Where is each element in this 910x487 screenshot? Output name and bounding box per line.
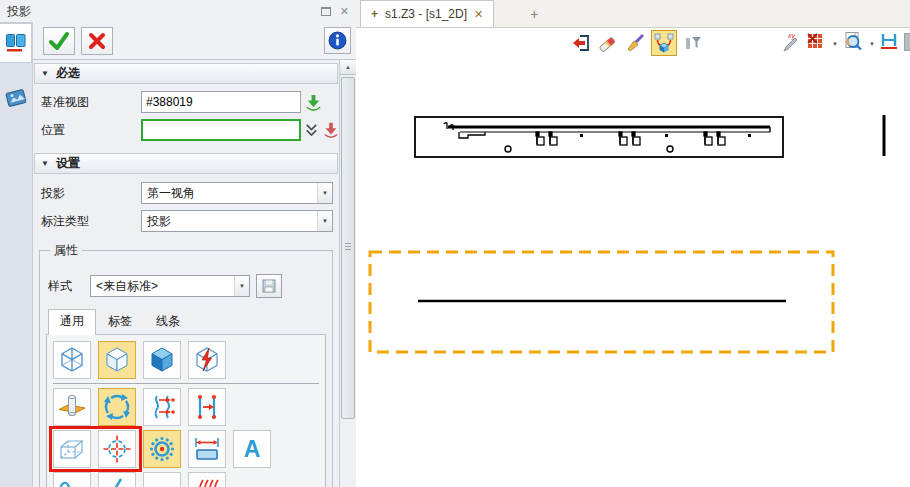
collapse-triangle-icon: ▼: [41, 69, 49, 78]
sidebar-tab-image[interactable]: [0, 87, 32, 109]
image-icon: [5, 87, 27, 109]
text-a-icon: A: [244, 438, 261, 461]
tool-hatch-button[interactable]: [188, 472, 226, 487]
section-required[interactable]: ▼ 必选: [34, 63, 338, 84]
tool-gear-mark-button[interactable]: [143, 430, 181, 468]
document-tab-title: s1.Z3 - [s1_2D]: [385, 7, 467, 21]
hatch-lines-icon: [192, 476, 222, 487]
panel-toolbar: [33, 22, 356, 60]
scrollbar-grip: [345, 243, 351, 250]
annotation-type-label: 标注类型: [41, 213, 141, 230]
solid-cube-icon: [147, 345, 177, 375]
combo-caret-icon: ▼: [317, 183, 332, 203]
corner-line-icon: [102, 476, 132, 487]
tool-wireframe-view-button[interactable]: [53, 341, 91, 379]
shaded-cube-icon: [102, 345, 132, 375]
info-icon: [328, 31, 347, 50]
collapse-triangle-icon: ▼: [41, 159, 49, 168]
tab-line[interactable]: 线条: [144, 309, 192, 334]
part-top-view: [415, 117, 783, 157]
properties-legend: 属性: [50, 242, 82, 259]
combo-caret-icon: ▼: [317, 211, 332, 231]
tool-text-button[interactable]: A: [233, 430, 271, 468]
position-pick-icon[interactable]: [322, 121, 339, 139]
section-plate-icon: [147, 476, 177, 487]
tab-general[interactable]: 通用: [48, 309, 96, 335]
section-settings-label: 设置: [56, 155, 80, 172]
annotation-type-select[interactable]: 投影 ▼: [141, 210, 333, 232]
style-select[interactable]: <来自标准> ▼: [90, 275, 250, 297]
general-tab-panel: A: [46, 334, 326, 487]
style-value: <来自标准>: [91, 278, 234, 295]
dimension-icon: [192, 434, 222, 464]
style-label: 样式: [48, 278, 90, 295]
projection-panel: 投影 ✕: [0, 0, 356, 487]
panel-scrollbar[interactable]: ▲: [339, 60, 356, 487]
new-tab-button[interactable]: +: [530, 0, 538, 27]
drawing-geometry: [356, 28, 910, 487]
document-tab[interactable]: + s1.Z3 - [s1_2D] ✕: [360, 0, 494, 27]
floppy-icon: [262, 279, 276, 293]
tool-rotate-view-button[interactable]: [98, 388, 136, 426]
section-cylinder-icon: [57, 392, 87, 422]
sidebar-tab-views[interactable]: [0, 23, 32, 63]
app-window: 投影 ✕: [0, 0, 910, 487]
pages-icon: [5, 33, 27, 53]
base-view-label: 基准视图: [41, 94, 141, 111]
tool-sine-wave-button[interactable]: [53, 472, 91, 487]
tool-section-cylinder-button[interactable]: [53, 388, 91, 426]
tool-dashed-box-button[interactable]: [53, 430, 91, 468]
sine-wave-icon: [57, 476, 87, 487]
panel-title: 投影: [7, 3, 31, 20]
tool-shaded-view-button[interactable]: [98, 341, 136, 379]
section-required-label: 必选: [56, 65, 80, 82]
position-label: 位置: [41, 122, 141, 139]
info-button[interactable]: [324, 27, 351, 54]
gear-icon: [147, 434, 177, 464]
check-icon: [48, 31, 70, 51]
scrollbar-thumb[interactable]: [341, 77, 355, 419]
scrollbar-up-button[interactable]: ▲: [340, 60, 356, 75]
panel-scroll-content: ▼ 必选 基准视图: [33, 60, 339, 487]
base-view-input[interactable]: [141, 91, 301, 113]
ok-button[interactable]: [43, 27, 75, 55]
panel-close-icon[interactable]: ✕: [340, 6, 349, 17]
document-area: + s1.Z3 - [s1_2D] ✕ +: [356, 0, 910, 487]
tab-close-icon[interactable]: ✕: [474, 8, 483, 21]
tool-solid-view-button[interactable]: [143, 341, 181, 379]
rotate-arrows-icon: [102, 392, 132, 422]
tool-center-mark-button[interactable]: [98, 430, 136, 468]
combo-caret-icon: ▼: [234, 276, 249, 296]
tool-align-lines-button[interactable]: [188, 388, 226, 426]
panel-side-strip: [0, 22, 32, 487]
projection-label: 投影: [41, 185, 141, 202]
expand-chevrons-icon[interactable]: [304, 122, 319, 138]
tool-quick-view-button[interactable]: [188, 341, 226, 379]
drawing-canvas[interactable]: xy ▼: [356, 28, 910, 487]
position-input[interactable]: [141, 119, 301, 141]
tool-dimension-button[interactable]: [188, 430, 226, 468]
curve-arrows-icon: [147, 392, 177, 422]
panel-restore-icon[interactable]: [321, 7, 331, 16]
tool-curve-edit-button[interactable]: [143, 388, 181, 426]
properties-group: 属性 样式 <来自标准> ▼: [39, 242, 333, 487]
cancel-button[interactable]: [81, 27, 113, 55]
align-lines-icon: [192, 392, 222, 422]
section-settings[interactable]: ▼ 设置: [34, 153, 338, 174]
lightning-cube-icon: [192, 345, 222, 375]
projection-select[interactable]: 第一视角 ▼: [141, 182, 333, 204]
save-style-button[interactable]: [256, 274, 282, 298]
grid-separator: [53, 383, 319, 384]
document-tabbar: + s1.Z3 - [s1_2D] ✕ +: [356, 0, 910, 28]
tool-section-plate-button[interactable]: [143, 472, 181, 487]
tab-label[interactable]: 标签: [96, 309, 144, 334]
annotation-type-value: 投影: [142, 213, 317, 230]
properties-tabs: 通用 标签 线条: [48, 309, 326, 334]
center-mark-icon: [102, 434, 132, 464]
base-view-pick-icon[interactable]: [304, 93, 323, 112]
panel-titlebar: 投影 ✕: [0, 0, 356, 22]
cross-icon: [87, 31, 107, 51]
tool-corner-line-button[interactable]: [98, 472, 136, 487]
wireframe-cube-icon: [57, 345, 87, 375]
dashed-cube-icon: [57, 434, 87, 464]
